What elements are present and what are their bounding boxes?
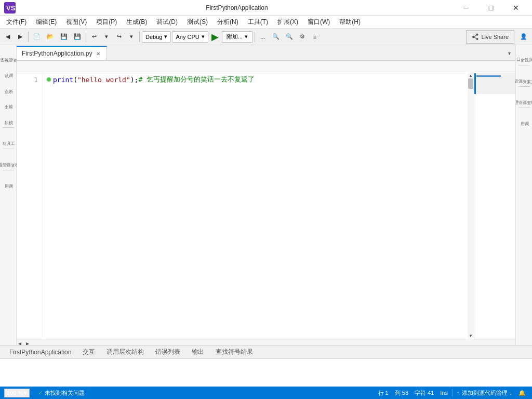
search-button[interactable]: 🔍 — [270, 31, 282, 43]
zoom-dropdown[interactable]: 100 % ▾ — [4, 389, 30, 397]
profile-button[interactable]: 👤 — [517, 31, 530, 43]
undo-button[interactable]: ↩ — [88, 31, 100, 43]
sidebar-right-icon-call[interactable]: 调用 — [517, 111, 531, 126]
menu-edit[interactable]: 编辑(E) — [32, 17, 61, 28]
sidebar-icon-resources[interactable]: 图标资源管理器 — [1, 152, 16, 167]
sidebar-icon-breakpoint[interactable]: 断点 — [1, 78, 16, 93]
toolbar: ◀ ▶ 📄 📂 💾 💾 ↩ ▾ ↪ ▾ Debug ▾ Any CPU ▾ ▶ … — [0, 29, 532, 45]
minimap — [474, 72, 515, 339]
editor-tab-main[interactable]: FirstPythonApplication.py ✕ — [17, 46, 107, 60]
zoom-dropdown-arrow: ▾ — [24, 390, 27, 396]
open-file-button[interactable]: 📂 — [44, 31, 57, 43]
menu-bar: 文件(F) 编辑(E) 视图(V) 项目(P) 生成(B) 调试(D) 测试(S… — [0, 16, 532, 29]
sidebar-right-icon-resources[interactable]: 图标资源管理器 — [517, 90, 531, 104]
restore-button[interactable]: □ — [479, 0, 503, 16]
scroll-left-button[interactable]: ◀ — [17, 341, 23, 345]
menu-analyze[interactable]: 分析(N) — [213, 17, 243, 28]
code-content[interactable]: print("hello world"); # 乞丐提醒加分号的笑话一去不复返了 — [43, 72, 468, 339]
sidebar-icon-resource[interactable]: 资源视图 — [1, 47, 16, 62]
zoom-level: 100 % — [7, 390, 23, 396]
cpu-config-dropdown[interactable]: Any CPU ▾ — [172, 31, 208, 43]
bottom-tab-callhierarchy[interactable]: 调用层次结构 — [101, 347, 149, 357]
menu-project[interactable]: 项目(P) — [92, 17, 121, 28]
menu-view[interactable]: 视图(V) — [62, 17, 91, 28]
row-label: 行 1 — [378, 389, 389, 397]
sidebar-right-icon-solution[interactable]: 解决方案资源管理器 — [517, 69, 531, 83]
bottom-tab-output[interactable]: 输出 — [187, 347, 209, 357]
code-keyword-print: print — [53, 76, 73, 84]
bottom-tab-app[interactable]: FirstPythonApplication — [4, 348, 76, 357]
menu-extensions[interactable]: 扩展(X) — [273, 17, 302, 28]
scroll-thumb[interactable] — [468, 78, 473, 89]
sidebar-right-icon-properties[interactable]: 属性窗口 — [517, 47, 531, 62]
menu-debug[interactable]: 调试(D) — [152, 17, 182, 28]
attach-button[interactable]: 附加... ▾ — [222, 31, 252, 43]
toolbar-sep-4 — [255, 32, 255, 42]
scroll-track[interactable] — [468, 78, 474, 332]
sidebar-icon-output[interactable]: 输出 — [1, 94, 16, 109]
tab-dropdown-button[interactable]: ▾ — [503, 46, 515, 60]
menu-help[interactable]: 帮助(H) — [335, 17, 365, 28]
tab-close-button[interactable]: ✕ — [95, 50, 101, 57]
title-text: FirstPythonApplication — [20, 4, 454, 11]
horizontal-scrollbar[interactable]: ◀ ▶ — [17, 339, 515, 345]
col-label: 列 53 — [395, 389, 408, 397]
close-button[interactable]: ✕ — [504, 0, 528, 16]
undo-dropdown[interactable]: ▾ — [101, 31, 112, 43]
check-icon: ✓ — [38, 390, 43, 396]
scroll-down-button[interactable]: ▼ — [468, 332, 474, 339]
bottom-tab-findsymbol[interactable]: 查找符号结果 — [210, 347, 258, 357]
toolbar-icon-2[interactable]: ⚙ — [297, 31, 308, 43]
menu-build[interactable]: 生成(B) — [122, 17, 151, 28]
toolbar-sep-1 — [28, 32, 29, 42]
status-bell[interactable]: 🔔 — [516, 387, 528, 399]
bottom-panel: FirstPythonApplication 交互 调用层次结构 错误列表 输出… — [0, 345, 532, 387]
status-no-issues[interactable]: ✓ 未找到相关问题 — [36, 387, 87, 399]
main-area: 资源视图 调试 断点 输出 模块 工具箱 图标资源管理器 调用 FirstPyt… — [0, 45, 532, 345]
status-ins[interactable]: Ins — [438, 387, 450, 399]
menu-file[interactable]: 文件(F) — [2, 17, 31, 28]
line-indicator — [47, 77, 51, 82]
menu-test[interactable]: 测试(S) — [183, 17, 212, 28]
sidebar-icon-modules[interactable]: 模块 — [1, 110, 16, 124]
sidebar-right-divider-2 — [518, 86, 530, 87]
status-row[interactable]: 行 1 — [376, 387, 391, 399]
editor-breadcrumb — [17, 61, 515, 72]
code-line-1: print("hello world"); # 乞丐提醒加分号的笑话一去不复返了 — [47, 74, 468, 85]
redo-dropdown[interactable]: ▾ — [126, 31, 137, 43]
search-expand-button[interactable]: ... — [257, 31, 269, 43]
editor-inner: 1 print("hello world"); # 乞丐提醒加分号的笑话一去不复… — [17, 72, 515, 339]
save-all-button[interactable]: 💾 — [71, 31, 84, 43]
status-sep — [452, 389, 453, 396]
status-char[interactable]: 字符 41 — [413, 387, 436, 399]
bottom-tab-interactive[interactable]: 交互 — [77, 347, 100, 357]
git-up-icon: ↑ — [457, 390, 460, 396]
toolbar-icon-3[interactable]: ≡ — [309, 31, 321, 43]
debug-config-dropdown[interactable]: Debug ▾ — [142, 31, 171, 43]
menu-tools[interactable]: 工具(T) — [244, 17, 272, 28]
scroll-up-button[interactable]: ▲ — [468, 72, 474, 78]
menu-window[interactable]: 窗口(W) — [303, 17, 334, 28]
status-col[interactable]: 列 53 — [393, 387, 410, 399]
toolbar-sep-3 — [139, 32, 140, 42]
run-button[interactable]: ▶ — [209, 31, 221, 43]
nav-forward-button[interactable]: ▶ — [15, 31, 26, 43]
status-git[interactable]: ↑ 添加到源代码管理 ↓ — [455, 387, 514, 399]
title-bar: VS FirstPythonApplication ─ □ ✕ — [0, 0, 532, 16]
sidebar-right-divider-3 — [518, 108, 530, 108]
minimize-button[interactable]: ─ — [454, 0, 478, 16]
live-share-button[interactable]: Live Share — [466, 30, 514, 44]
nav-back-button[interactable]: ◀ — [2, 31, 14, 43]
scroll-right-button[interactable]: ▶ — [24, 341, 31, 345]
no-issues-text: 未找到相关问题 — [45, 389, 85, 397]
save-button[interactable]: 💾 — [58, 31, 70, 43]
bottom-tabs: FirstPythonApplication 交互 调用层次结构 错误列表 输出… — [0, 345, 532, 359]
toolbar-icon-1[interactable]: 🔍 — [283, 31, 296, 43]
sidebar-icon-toolbox[interactable]: 工具箱 — [1, 131, 16, 145]
new-file-button[interactable]: 📄 — [31, 31, 43, 43]
sidebar-icon-call[interactable]: 调用 — [1, 174, 16, 188]
redo-button[interactable]: ↪ — [113, 31, 125, 43]
tab-filename: FirstPythonApplication.py — [22, 50, 92, 57]
bottom-tab-errorlist[interactable]: 错误列表 — [150, 347, 185, 357]
sidebar-icon-debug[interactable]: 调试 — [1, 63, 16, 77]
